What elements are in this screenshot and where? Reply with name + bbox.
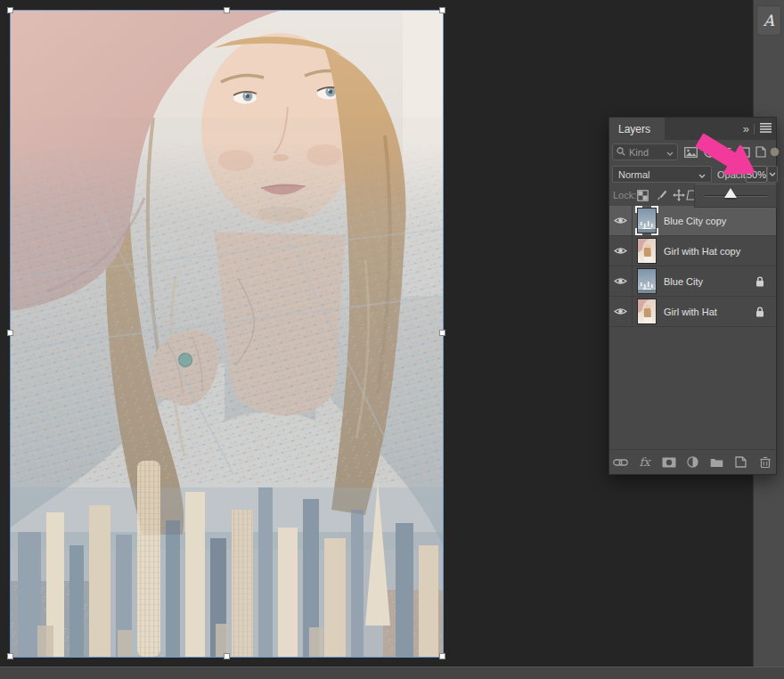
document-canvas-image[interactable] <box>11 11 443 657</box>
layer-filter-kind-label: Kind <box>629 147 649 158</box>
layer-row-blue-city-copy[interactable]: Blue City copy <box>609 206 776 236</box>
collapsed-panel-button[interactable]: A <box>756 5 781 36</box>
layer-effects-icon[interactable]: fx <box>637 455 653 470</box>
new-adjustment-layer-icon[interactable] <box>685 455 701 470</box>
visibility-eye-icon[interactable] <box>609 266 633 296</box>
link-layers-icon[interactable] <box>613 455 629 470</box>
layers-list: Blue City copy Girl with Hat copy Blue C… <box>609 206 776 327</box>
layer-name: Girl with Hat <box>664 307 717 317</box>
opacity-dropdown-button[interactable] <box>767 166 778 183</box>
transform-handle-middle-right[interactable] <box>439 330 445 336</box>
layer-lock-icon <box>755 307 764 319</box>
double-exposure-artwork <box>11 11 443 657</box>
lock-label: Lock: <box>613 190 636 200</box>
transform-handle-bottom-left[interactable] <box>7 653 13 659</box>
tab-layers[interactable]: Layers <box>609 118 665 140</box>
annotation-arrow-to-opacity <box>686 129 766 184</box>
transform-handle-bottom-center[interactable] <box>224 653 230 659</box>
delete-layer-trash-icon[interactable] <box>757 455 773 470</box>
new-layer-icon[interactable] <box>733 455 749 470</box>
transform-handle-top-center[interactable] <box>224 7 230 13</box>
visibility-eye-icon[interactable] <box>609 297 633 326</box>
layer-thumbnail-girl[interactable] <box>638 299 656 323</box>
layer-name: Blue City <box>664 276 703 287</box>
layer-name: Blue City copy <box>664 216 726 226</box>
transform-handle-middle-left[interactable] <box>7 330 13 336</box>
new-group-folder-icon[interactable] <box>709 455 725 470</box>
transform-handle-top-left[interactable] <box>7 7 13 13</box>
layer-thumbnail-city[interactable] <box>638 209 656 233</box>
layer-row-blue-city[interactable]: Blue City <box>609 266 776 297</box>
layer-name: Girl with Hat copy <box>664 246 740 257</box>
tab-layers-label: Layers <box>618 123 650 135</box>
layer-filter-kind-select[interactable]: Kind <box>612 143 678 160</box>
status-bar <box>0 667 784 679</box>
layer-thumbnail-city[interactable] <box>638 269 656 293</box>
transform-handle-bottom-right[interactable] <box>439 653 445 659</box>
opacity-slider-thumb[interactable] <box>724 188 737 198</box>
blend-mode-value: Normal <box>618 169 649 180</box>
chevron-down-icon <box>666 147 674 158</box>
layer-thumbnail-girl[interactable] <box>638 239 656 263</box>
visibility-eye-icon[interactable] <box>609 206 633 235</box>
add-layer-mask-icon[interactable] <box>661 455 677 470</box>
collapsed-panel-glyph: A <box>764 12 774 29</box>
layer-row-girl-with-hat-copy[interactable]: Girl with Hat copy <box>609 236 776 266</box>
search-icon <box>617 147 625 158</box>
layer-row-girl-with-hat[interactable]: Girl with Hat <box>609 297 776 327</box>
layers-panel-bottom-bar: fx <box>609 449 776 474</box>
transform-handle-top-right[interactable] <box>439 7 445 13</box>
filter-toggle-icon[interactable] <box>766 144 782 160</box>
opacity-slider-popup <box>694 184 777 208</box>
lock-pixels-brush-icon[interactable] <box>654 188 669 202</box>
layer-lock-icon <box>755 276 764 289</box>
visibility-eye-icon[interactable] <box>609 236 633 266</box>
lock-transparency-icon[interactable] <box>635 188 650 202</box>
